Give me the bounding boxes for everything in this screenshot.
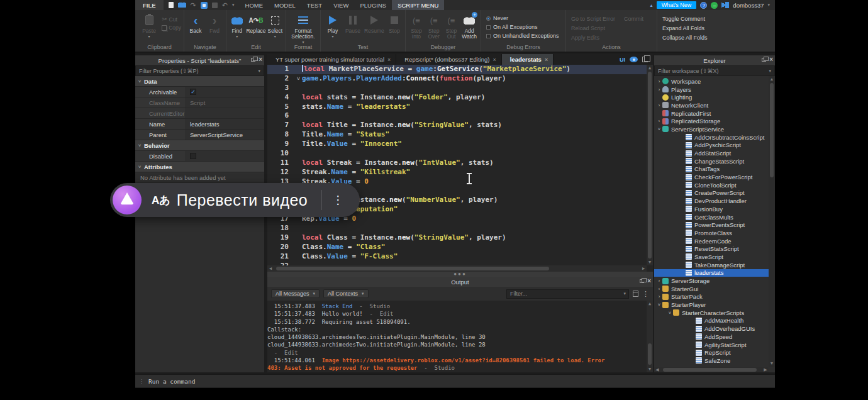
- tree-item[interactable]: RedeemCode: [654, 237, 775, 245]
- ui-toggle[interactable]: UI: [620, 57, 625, 63]
- messages-filter-dropdown[interactable]: All Messages▾: [271, 289, 320, 298]
- tree-item[interactable]: AddOrSubtractCoinsScript: [654, 133, 775, 142]
- section-chevron-icon[interactable]: ˅: [135, 164, 144, 170]
- alice-assistant-icon[interactable]: [113, 186, 142, 214]
- tree-item[interactable]: ChatTags: [654, 165, 775, 174]
- open-icon[interactable]: [178, 3, 186, 8]
- tree-item[interactable]: CreatePowerScript: [654, 189, 775, 197]
- translate-video-label[interactable]: Перевести видео: [177, 191, 308, 209]
- tree-item[interactable]: CheckForPowerScript: [654, 173, 775, 181]
- tree-item[interactable]: ˅ StarterPlayer: [654, 301, 775, 309]
- fold-chevron-icon[interactable]: ˅: [295, 74, 302, 84]
- clear-output-icon[interactable]: [633, 291, 638, 297]
- format-selection-button[interactable]: Format Selection.▾: [289, 13, 318, 44]
- tree-item[interactable]: AddPyschicScript: [654, 142, 775, 150]
- redo-icon[interactable]: ↷: [191, 2, 196, 8]
- popout-icon[interactable]: [640, 279, 644, 283]
- tree-item[interactable]: › Players: [654, 86, 775, 94]
- tab-close-icon[interactable]: ×: [492, 57, 496, 63]
- editor-tab[interactable]: YT super power training simulator tutori…: [267, 54, 396, 65]
- tree-item[interactable]: SaveScript: [654, 253, 775, 261]
- eye-icon[interactable]: [630, 57, 638, 62]
- cut-button[interactable]: ✂Cut: [162, 16, 181, 23]
- popout-icon[interactable]: [762, 58, 766, 62]
- tree-item[interactable]: FusionBuy: [654, 205, 775, 213]
- tree-item[interactable]: PromoteClass: [654, 229, 775, 237]
- editor-tab[interactable]: leaderstats ×: [502, 54, 554, 65]
- popout-icon[interactable]: [251, 58, 255, 62]
- fold-chevron-icon[interactable]: [295, 103, 302, 112]
- tree-item[interactable]: Lighting: [654, 93, 775, 101]
- step-out-button[interactable]: (≡ Step Out: [443, 13, 460, 40]
- status-icon[interactable]: –: [711, 2, 718, 9]
- tree-item[interactable]: ChangeStatsScript: [654, 157, 775, 165]
- output-splitter-handle[interactable]: ●●●: [267, 272, 653, 277]
- tree-item[interactable]: › NetworkClient: [654, 101, 775, 109]
- property-value[interactable]: [186, 151, 264, 161]
- fold-chevron-icon[interactable]: [295, 140, 302, 149]
- tree-item[interactable]: AddMaxHealth: [654, 317, 775, 325]
- replace-button[interactable]: A↷B Replace: [246, 13, 265, 34]
- back-button[interactable]: ‹ Back: [187, 13, 204, 34]
- username[interactable]: domboss37: [733, 2, 764, 9]
- close-icon[interactable]: ×: [259, 57, 262, 63]
- reload-script-button[interactable]: Reload Script: [571, 23, 652, 33]
- property-value[interactable]: leaderstats: [186, 119, 264, 129]
- select-button[interactable]: Select▾: [267, 13, 283, 38]
- expand-all-folds-button[interactable]: Expand All Folds: [662, 23, 721, 33]
- drag-grip-icon[interactable]: ⋮: [135, 379, 148, 384]
- close-icon[interactable]: ×: [769, 57, 773, 63]
- output-scrollbar[interactable]: ▲▼: [647, 301, 653, 372]
- explorer-filter-input[interactable]: Filter workspace (⇧⌘X)▾: [654, 65, 775, 76]
- property-value[interactable]: ServerScriptService: [186, 130, 264, 140]
- tree-item[interactable]: PowerEventsScript: [654, 221, 775, 229]
- add-watch-button[interactable]: Add Watch: [460, 13, 478, 40]
- fold-chevron-icon[interactable]: [295, 65, 302, 74]
- tree-item[interactable]: DevProductHandler: [654, 197, 775, 205]
- menu-tab[interactable]: MODEL: [269, 0, 301, 10]
- property-value[interactable]: [186, 108, 264, 118]
- tree-item[interactable]: SafeZone: [654, 357, 775, 365]
- expander-icon[interactable]: ˅: [656, 126, 662, 132]
- menu-tab[interactable]: HOME: [240, 0, 269, 10]
- fold-chevron-icon[interactable]: [295, 121, 302, 130]
- property-value[interactable]: [186, 87, 264, 97]
- tree-item[interactable]: TakeDamageScript: [654, 261, 775, 269]
- expander-icon[interactable]: ›: [656, 118, 662, 124]
- pause-button[interactable]: Pause: [343, 13, 362, 34]
- tree-item[interactable]: ReplicatedFirst: [654, 109, 775, 118]
- editor-vertical-scrollbar[interactable]: ▲▼: [647, 65, 653, 265]
- fold-chevron-icon[interactable]: [295, 252, 302, 262]
- tree-item[interactable]: ˅ ServerScriptService: [654, 125, 775, 133]
- translate-video-overlay[interactable]: Aあ Перевести видео ⋮: [110, 183, 360, 217]
- tree-item[interactable]: › StarterPack: [654, 293, 775, 301]
- expander-icon[interactable]: ›: [656, 87, 662, 92]
- menu-tab[interactable]: PLUGINS: [354, 0, 392, 10]
- debug-never-radio[interactable]: Never: [486, 14, 560, 23]
- stop-button[interactable]: Stop: [386, 13, 403, 34]
- output-menu-icon[interactable]: ⋮: [642, 290, 649, 298]
- debug-unhandled-exceptions-checkbox[interactable]: On Unhandled Exceptions: [486, 31, 560, 40]
- collapse-all-folds-button[interactable]: Collapse All Folds: [662, 33, 721, 42]
- expander-icon[interactable]: ˅: [656, 302, 662, 308]
- fold-chevron-icon[interactable]: [295, 93, 302, 103]
- expander-icon[interactable]: ˅: [667, 310, 673, 316]
- collapse-ribbon-icon[interactable]: ▴: [650, 3, 653, 8]
- fold-chevron-icon[interactable]: [295, 130, 302, 140]
- property-value[interactable]: Script: [186, 97, 264, 108]
- menu-tab[interactable]: VIEW: [328, 0, 354, 10]
- help-icon[interactable]: ?: [700, 2, 707, 9]
- tree-item[interactable]: AgilityStatScript: [654, 341, 775, 349]
- tree-item[interactable]: › Workspace: [654, 77, 775, 86]
- tree-item[interactable]: GetClassMults: [654, 213, 775, 221]
- resume-button[interactable]: Resume: [364, 13, 385, 34]
- insert-object-icon[interactable]: [201, 2, 208, 9]
- paste-button[interactable]: Paste▾: [138, 13, 160, 38]
- copy-button[interactable]: Copy: [162, 25, 181, 31]
- tree-item[interactable]: AddOverheadGUIs: [654, 325, 775, 333]
- tree-item[interactable]: RepScript: [654, 348, 775, 357]
- contexts-filter-dropdown[interactable]: All Contexts▾: [323, 289, 369, 298]
- step-into-button[interactable]: (≡ Step Into: [408, 13, 425, 40]
- editor-horizontal-scrollbar[interactable]: ◀▶: [267, 265, 647, 272]
- section-chevron-icon[interactable]: ˅: [135, 79, 144, 84]
